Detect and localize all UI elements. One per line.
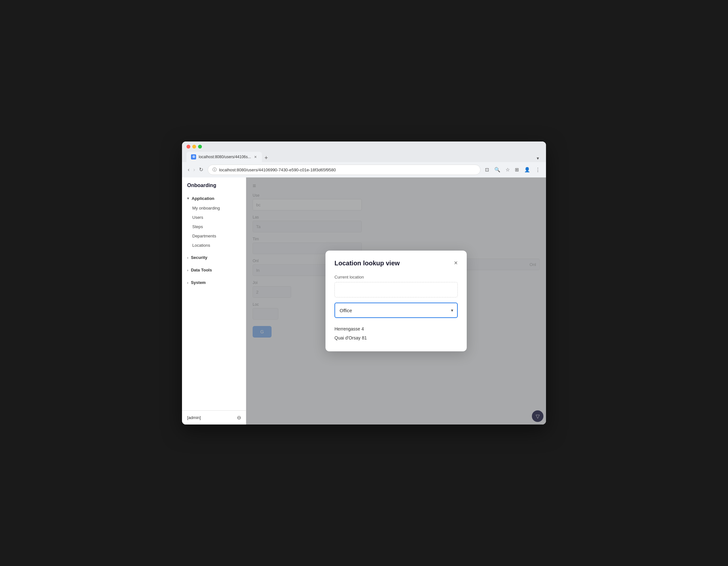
sidebar-item-departments[interactable]: Departments xyxy=(182,231,246,241)
modal: Location lookup view × Current location … xyxy=(325,251,467,351)
sidebar-toggle-icon[interactable]: ⊞ xyxy=(514,166,520,174)
browser-controls xyxy=(186,145,542,149)
location-type-select-wrapper: Office Remote Home ▾ xyxy=(334,302,458,318)
location-item-1[interactable]: Herrengasse 4 xyxy=(334,324,458,333)
sidebar-section-application: ▾ Application My onboarding Users Steps … xyxy=(182,194,246,250)
logout-button[interactable]: ⊖ xyxy=(237,414,241,421)
browser-actions: ⊡ 🔍 ☆ ⊞ 👤 ⋮ xyxy=(484,166,542,174)
location-item-2[interactable]: Quai d'Orsay 81 xyxy=(334,333,458,342)
admin-label: [admin] xyxy=(187,415,201,420)
sidebar-bottom: [admin] ⊖ xyxy=(182,410,246,424)
address-url: localhost:8080/users/44106990-7430-e590-… xyxy=(219,168,476,172)
sidebar-section-data-tools-header[interactable]: › Data Tools xyxy=(182,265,246,275)
modal-title: Location lookup view xyxy=(334,260,400,267)
main-content: Onboarding ▾ Application My onboarding U… xyxy=(182,178,546,424)
content-area: ≡ Use bc Las Ta Tim xyxy=(246,178,546,424)
modal-close-button[interactable]: × xyxy=(454,260,458,266)
tab-close-button[interactable]: × xyxy=(254,155,257,159)
traffic-lights xyxy=(186,145,202,149)
sidebar-item-locations[interactable]: Locations xyxy=(182,241,246,250)
tab-chevron-icon: ▾ xyxy=(534,154,542,162)
sidebar-section-system: › System xyxy=(182,278,246,287)
data-tools-section-label: Data Tools xyxy=(191,268,212,273)
current-location-label: Current location xyxy=(334,275,458,280)
application-chevron-icon: ▾ xyxy=(187,196,189,201)
system-chevron-icon: › xyxy=(187,281,188,284)
browser-window: ⦿ localhost:8080/users/44106s... × + ▾ ‹… xyxy=(182,142,546,424)
modal-header: Location lookup view × xyxy=(334,260,458,267)
address-security-icon: ⓘ xyxy=(212,167,217,173)
sidebar-section-data-tools: › Data Tools xyxy=(182,265,246,275)
address-bar-row: ‹ › ↻ ⓘ localhost:8080/users/44106990-74… xyxy=(182,162,546,178)
menu-icon[interactable]: ⋮ xyxy=(534,166,542,174)
new-tab-button[interactable]: + xyxy=(262,154,271,162)
location-list: Herrengasse 4 Quai d'Orsay 81 xyxy=(334,324,458,342)
modal-overlay[interactable]: Location lookup view × Current location … xyxy=(246,178,546,424)
security-chevron-icon: › xyxy=(187,256,188,260)
address-bar[interactable]: ⓘ localhost:8080/users/44106990-7430-e59… xyxy=(208,165,481,175)
data-tools-chevron-icon: › xyxy=(187,268,188,272)
sidebar-item-steps[interactable]: Steps xyxy=(182,222,246,231)
sidebar-section-security-header[interactable]: › Security xyxy=(182,253,246,263)
zoom-icon[interactable]: 🔍 xyxy=(493,166,502,174)
application-section-label: Application xyxy=(192,196,214,201)
minimize-traffic-light[interactable] xyxy=(192,145,196,149)
close-traffic-light[interactable] xyxy=(186,145,190,149)
sidebar-section-system-header[interactable]: › System xyxy=(182,278,246,287)
tab-title: localhost:8080/users/44106s... xyxy=(199,155,251,159)
screenshot-icon[interactable]: ⊡ xyxy=(484,166,490,174)
fullscreen-traffic-light[interactable] xyxy=(198,145,202,149)
reload-button[interactable]: ↻ xyxy=(198,167,204,173)
security-section-label: Security xyxy=(191,255,207,260)
system-section-label: System xyxy=(191,280,206,285)
sidebar: Onboarding ▾ Application My onboarding U… xyxy=(182,178,246,424)
bookmark-icon[interactable]: ☆ xyxy=(504,166,511,174)
sidebar-item-my-onboarding[interactable]: My onboarding xyxy=(182,204,246,213)
sidebar-item-users[interactable]: Users xyxy=(182,213,246,222)
sidebar-section-security: › Security xyxy=(182,253,246,263)
sidebar-section-application-header[interactable]: ▾ Application xyxy=(182,194,246,204)
nav-arrows: ‹ › ↻ xyxy=(186,167,204,173)
back-button[interactable]: ‹ xyxy=(186,167,191,173)
browser-chrome: ⦿ localhost:8080/users/44106s... × + ▾ xyxy=(182,142,546,162)
sidebar-title: Onboarding xyxy=(182,183,246,194)
active-tab[interactable]: ⦿ localhost:8080/users/44106s... × xyxy=(186,152,262,162)
location-type-select[interactable]: Office Remote Home xyxy=(334,302,458,318)
tab-bar: ⦿ localhost:8080/users/44106s... × + ▾ xyxy=(186,152,542,162)
current-location-input[interactable] xyxy=(334,282,458,297)
forward-button[interactable]: › xyxy=(192,167,196,173)
tab-favicon: ⦿ xyxy=(191,154,196,160)
profile-icon[interactable]: 👤 xyxy=(523,166,532,174)
